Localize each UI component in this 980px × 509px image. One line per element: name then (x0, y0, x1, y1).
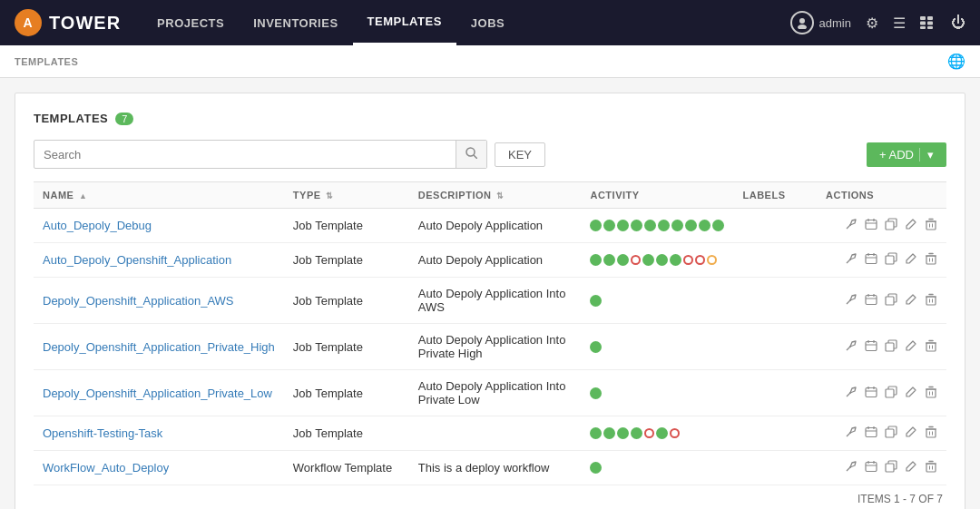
schedule-icon[interactable] (865, 460, 877, 475)
copy-icon[interactable] (885, 386, 897, 401)
launch-icon[interactable] (845, 218, 858, 233)
nav-projects[interactable]: PROJECTS (142, 0, 239, 45)
user-avatar (790, 11, 814, 34)
schedule-icon[interactable] (865, 218, 877, 233)
type-sort-icon: ⇅ (326, 191, 334, 201)
svg-rect-7 (927, 26, 933, 29)
nav-jobs[interactable]: JOBS (456, 0, 519, 45)
delete-icon[interactable] (925, 293, 937, 308)
delete-icon[interactable] (925, 460, 937, 475)
template-labels (733, 370, 817, 416)
svg-point-1 (798, 24, 807, 29)
nav-templates[interactable]: TEMPLATES (353, 0, 456, 45)
add-button[interactable]: + ADD ▾ (867, 142, 946, 167)
grid-icon[interactable] (920, 16, 936, 29)
template-activity (581, 451, 733, 485)
copy-icon[interactable] (885, 460, 897, 475)
delete-icon[interactable] (925, 426, 937, 441)
template-name-link[interactable]: Depoly_Openshift_Application_Private_Low (43, 387, 272, 400)
search-button[interactable] (456, 141, 486, 168)
activity-dot (603, 254, 615, 266)
breadcrumb: TEMPLATES (15, 56, 78, 67)
template-name-link[interactable]: Depoly_Openshift_Application_Private_Hig… (43, 340, 275, 354)
template-name-link[interactable]: Auto_Depoly_Openshift_Application (43, 253, 231, 267)
power-icon[interactable]: ⏻ (951, 15, 965, 31)
svg-rect-29 (926, 256, 936, 264)
template-name-link[interactable]: Auto_Depoly_Debug (43, 219, 152, 232)
table-row: WorkFlow_Auto_DeployWorkflow TemplateThi… (34, 451, 946, 485)
template-name-link[interactable]: Openshift-Testing-Task (43, 426, 162, 440)
edit-icon[interactable] (905, 218, 917, 233)
delete-icon[interactable] (925, 339, 937, 355)
delete-icon[interactable] (925, 218, 937, 233)
svg-point-22 (849, 259, 851, 260)
schedule-icon[interactable] (865, 386, 877, 401)
copy-icon[interactable] (885, 426, 897, 441)
edit-icon[interactable] (905, 460, 917, 475)
template-name-link[interactable]: Depoly_Openshift_Application_AWS (43, 294, 234, 308)
svg-rect-88 (886, 464, 894, 472)
copy-icon[interactable] (885, 293, 897, 308)
activity-dot (656, 427, 668, 439)
svg-rect-83 (866, 463, 877, 472)
col-header-type[interactable]: TYPE ⇅ (284, 182, 409, 209)
svg-rect-3 (927, 16, 933, 20)
nav-user[interactable]: admin (790, 11, 851, 34)
schedule-icon[interactable] (865, 426, 877, 441)
activity-dot (712, 220, 724, 231)
svg-rect-17 (926, 221, 936, 230)
copy-icon[interactable] (885, 252, 897, 268)
activity-dot (590, 220, 602, 231)
copy-icon[interactable] (885, 339, 897, 355)
schedule-icon[interactable] (865, 293, 877, 308)
key-button[interactable]: KEY (495, 142, 545, 167)
edit-icon[interactable] (905, 386, 917, 401)
launch-icon[interactable] (845, 339, 858, 355)
add-label: + ADD (879, 148, 914, 162)
template-name-link[interactable]: WorkFlow_Auto_Deploy (43, 461, 169, 475)
search-input-wrap (34, 140, 487, 169)
delete-icon[interactable] (925, 386, 937, 401)
nav-right: admin ⚙ ☰ ⏻ (790, 11, 965, 34)
edit-icon[interactable] (905, 252, 917, 268)
templates-table: NAME ▲ TYPE ⇅ DESCRIPTION ⇅ ACTIVITY LAB… (34, 181, 946, 485)
schedule-icon[interactable] (865, 339, 877, 355)
col-header-description[interactable]: DESCRIPTION ⇅ (409, 182, 582, 209)
delete-icon[interactable] (925, 252, 937, 268)
activity-dot (685, 220, 697, 231)
search-input[interactable] (34, 148, 456, 162)
gear-icon[interactable]: ⚙ (866, 15, 878, 32)
copy-icon[interactable] (885, 218, 897, 233)
template-activity (581, 209, 733, 243)
template-activity (581, 243, 733, 278)
nav-inventories[interactable]: INVENTORIES (239, 0, 352, 45)
edit-icon[interactable] (905, 426, 917, 441)
template-description: Auto Depoly Application (409, 209, 582, 243)
activity-dot (658, 220, 670, 231)
col-header-name[interactable]: NAME ▲ (34, 182, 284, 209)
bars-icon[interactable]: ☰ (893, 15, 906, 32)
templates-count-badge: 7 (115, 113, 133, 125)
activity-dot (631, 255, 641, 265)
template-actions (817, 209, 946, 243)
template-labels (733, 451, 817, 485)
page-content: TEMPLATES 7 KEY + ADD ▾ (0, 78, 980, 509)
activity-dot (695, 255, 705, 265)
table-row: Auto_Depoly_Openshift_ApplicationJob Tem… (34, 243, 946, 278)
launch-icon[interactable] (845, 426, 858, 441)
logo[interactable]: A TOWER (15, 9, 121, 36)
activity-dot (590, 427, 602, 439)
activity-dot (670, 254, 681, 266)
launch-icon[interactable] (845, 293, 858, 308)
template-labels (733, 243, 817, 278)
edit-icon[interactable] (905, 339, 917, 355)
svg-line-9 (474, 155, 477, 159)
svg-point-82 (849, 466, 851, 468)
launch-icon[interactable] (845, 252, 858, 268)
name-sort-icon: ▲ (79, 191, 87, 201)
launch-icon[interactable] (845, 460, 858, 475)
schedule-icon[interactable] (865, 252, 877, 268)
activity-dot (617, 220, 629, 231)
edit-icon[interactable] (905, 293, 917, 308)
launch-icon[interactable] (845, 386, 858, 401)
